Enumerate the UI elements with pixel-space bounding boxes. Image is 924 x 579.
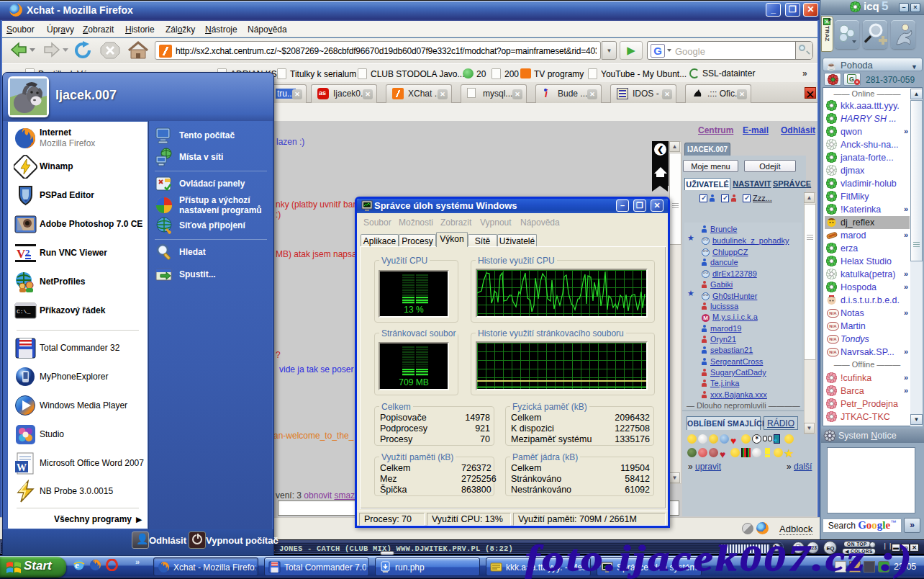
svg-text:C:\_: C:\_ [17,308,30,315]
svg-text:e: e [75,560,79,570]
svg-text:W: W [17,462,27,473]
